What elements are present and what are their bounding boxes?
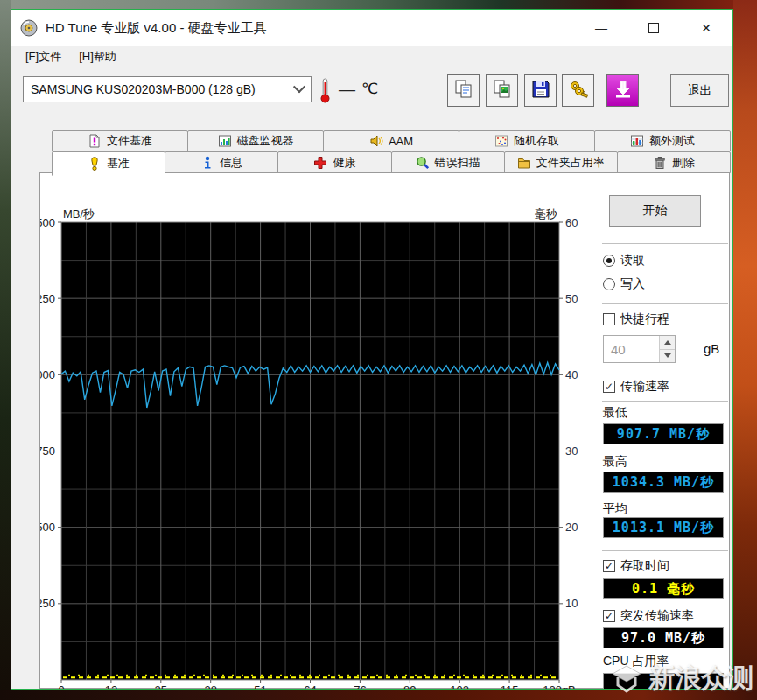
chevron-down-icon [293, 80, 305, 93]
svg-text:89: 89 [403, 683, 416, 690]
transfer-rate-checkbox[interactable]: ✓ 传输速率 [603, 379, 669, 395]
svg-text:50: 50 [565, 292, 578, 305]
tab-random-access[interactable]: 随机存取 [459, 130, 595, 151]
burst-rate-checkbox[interactable]: ✓ 突发传输速率 [603, 608, 694, 624]
access-time-label: 存取时间 [620, 558, 669, 574]
stepper-up-button[interactable] [660, 336, 675, 349]
svg-text:64: 64 [304, 683, 316, 690]
tab-label: 文件基准 [107, 133, 152, 149]
tabs-row-secondary: 文件基准磁盘监视器AAM随机存取额外测试 [52, 130, 730, 151]
read-radio-label: 读取 [620, 253, 645, 269]
minimize-button[interactable]: — [575, 10, 627, 46]
desktop-wallpaper-left [0, 0, 11, 700]
copy-image-icon [492, 79, 513, 103]
save-button[interactable] [524, 74, 557, 107]
svg-text:12: 12 [105, 683, 117, 690]
write-radio-label: 写入 [620, 276, 645, 292]
tab-info[interactable]: 信息 [165, 151, 278, 173]
svg-text:1500: 1500 [40, 216, 55, 229]
divider [602, 303, 728, 304]
short-stroke-size-stepper[interactable]: 40 [603, 335, 676, 363]
svg-text:750: 750 [40, 444, 55, 458]
tab-label: 基准 [107, 156, 130, 172]
tab-disk-monitor[interactable]: 磁盘监视器 [187, 130, 324, 151]
burst-rate-label: 突发传输速率 [620, 608, 694, 624]
tab-health[interactable]: 健康 [277, 151, 391, 173]
tab-label: AAM [389, 135, 413, 148]
short-stroke-size-value: 40 [604, 336, 659, 362]
menu-file[interactable]: [F]文件 [17, 47, 70, 66]
svg-text:1000: 1000 [40, 368, 55, 382]
max-label: 最高 [603, 454, 627, 470]
svg-text:102: 102 [450, 683, 469, 690]
min-speed-value: 907.7 MB/秒 [603, 424, 724, 444]
random-access-icon [494, 134, 508, 148]
exit-button-label: 退出 [688, 83, 712, 99]
start-button[interactable]: 开始 [609, 195, 701, 227]
cpu-usage-value [603, 673, 724, 690]
copy-text-icon [453, 79, 474, 103]
close-button[interactable]: ✕ [680, 10, 732, 46]
temperature-unit: ℃ [361, 80, 378, 98]
tab-folder-usage[interactable]: 文件夹占用率 [504, 151, 618, 173]
menu-help[interactable]: [H]帮助 [70, 47, 125, 66]
access-time-checkbox[interactable]: ✓ 存取时间 [603, 558, 669, 574]
svg-text:500: 500 [40, 521, 55, 534]
window-controls: — ✕ [575, 10, 732, 46]
svg-text:51: 51 [254, 683, 266, 690]
options-button[interactable] [562, 74, 594, 107]
benchmark-icon [88, 157, 102, 171]
download-button[interactable] [606, 74, 639, 107]
health-icon [313, 156, 327, 170]
svg-text:10: 10 [565, 597, 578, 610]
titlebar: HD Tune 专业版 v4.00 - 硬盘专业工具 — ✕ [11, 10, 732, 46]
tab-aam[interactable]: AAM [323, 130, 459, 151]
file-benchmark-icon [88, 134, 102, 148]
svg-text:毫秒: 毫秒 [535, 207, 557, 220]
tab-extra-tests[interactable]: 额外测试 [594, 130, 731, 151]
svg-text:20: 20 [565, 521, 578, 534]
tab-benchmark[interactable]: 基准 [52, 151, 165, 176]
divider [602, 401, 728, 402]
desktop-wallpaper-bottom [0, 690, 757, 700]
tab-error-scan[interactable]: 错误扫描 [391, 151, 505, 173]
svg-text:250: 250 [40, 597, 55, 610]
trash-icon [653, 156, 667, 170]
side-panel: 开始 读取 写入 快捷行程 40 gB ✓ 传输速率 最低 [600, 172, 730, 689]
burst-rate-text: 97.0 MB/秒 [621, 630, 705, 647]
checkbox-checked-icon: ✓ [603, 560, 615, 572]
svg-text:76: 76 [354, 683, 366, 690]
tab-label: 删除 [672, 155, 695, 171]
copy-image-button[interactable] [486, 74, 518, 107]
tabs-row-primary: 基准信息健康错误扫描文件夹占用率删除 [52, 151, 730, 173]
maximize-icon [648, 23, 659, 33]
cpu-usage-label: CPU 占用率 [603, 654, 669, 669]
stepper-down-button[interactable] [660, 349, 675, 363]
tab-delete[interactable]: 删除 [617, 151, 731, 173]
options-icon [568, 79, 589, 103]
short-stroke-label: 快捷行程 [620, 312, 669, 327]
avg-label: 平均 [603, 501, 627, 517]
short-stroke-checkbox[interactable]: 快捷行程 [603, 312, 669, 327]
radio-unselected-icon [603, 278, 615, 290]
exit-button[interactable]: 退出 [670, 74, 729, 107]
drive-select[interactable]: SAMSUNG KUS020203M-B000 (128 gB) [23, 76, 312, 102]
info-icon [200, 156, 214, 170]
copy-text-button[interactable] [447, 74, 480, 107]
save-icon [530, 79, 551, 103]
maximize-button[interactable] [627, 10, 680, 46]
divider [602, 550, 728, 551]
tab-file-benchmark[interactable]: 文件基准 [52, 130, 188, 151]
arrow-up-icon [664, 340, 671, 345]
svg-text:128gB: 128gB [543, 683, 576, 690]
svg-text:30: 30 [565, 444, 578, 458]
disk-monitor-icon [218, 134, 232, 148]
read-radio[interactable]: 读取 [603, 253, 645, 269]
transfer-rate-label: 传输速率 [620, 379, 669, 395]
temperature-value: — [339, 80, 355, 99]
minimize-icon: — [595, 21, 607, 35]
start-button-label: 开始 [643, 203, 668, 219]
write-radio[interactable]: 写入 [603, 276, 645, 292]
hdd-icon [20, 19, 38, 37]
folder-icon [517, 156, 531, 170]
